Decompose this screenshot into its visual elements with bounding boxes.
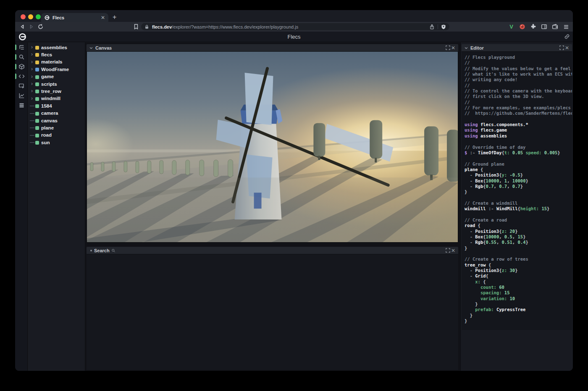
entity-tree-icon [18,44,25,50]
code-line: // what it's like to work with an ECS wi… [465,71,572,77]
lock-icon [144,24,149,29]
close-icon[interactable]: ✕ [451,248,456,254]
url-bar[interactable]: flecs.dev/explorer/?wasm=https://www.fle… [141,23,449,30]
canvas-3d-scene[interactable] [87,52,458,243]
close-icon[interactable]: ✕ [451,45,456,51]
active-indicator [15,64,16,69]
expand-chevron-icon[interactable]: › [31,87,35,95]
wallet-icon[interactable] [551,23,559,30]
expand-chevron-icon[interactable]: › [31,58,35,66]
tree-item-sun[interactable]: sun [28,139,85,146]
tree-item-scripts[interactable]: ›scripts [28,80,85,87]
tree-item-game[interactable]: ›game [28,73,85,80]
tree-item-road[interactable]: road [28,132,85,139]
brave-shield-icon[interactable] [441,24,446,30]
sidebar-query-window-icon[interactable] [15,81,28,91]
entity-color-square [35,82,39,86]
entity-tree-panel: ›assemblies›flecs›materials›WoodFrame›ga… [28,42,85,371]
expand-chevron-icon[interactable]: › [31,73,35,80]
flecs-favicon [45,15,50,20]
tab-close-icon[interactable]: ✕ [101,15,105,21]
code-line: road { [465,223,572,228]
tree-item-flecs[interactable]: ›flecs [28,51,85,58]
code-line: - Rgb{0.55, 0.51, 0.4} [465,240,572,245]
chevron-down-icon[interactable] [464,46,468,50]
extension-red-icon[interactable] [519,23,526,30]
browser-tab[interactable]: Flecs ✕ [41,13,108,22]
fullscreen-icon[interactable] [445,248,451,254]
expand-chevron-icon[interactable]: › [31,51,35,58]
search-panel-title: Search [94,248,110,253]
tree-item-plane[interactable]: plane [28,124,85,131]
expand-chevron-icon[interactable]: › [31,80,35,87]
entity-color-square [35,119,39,123]
reload-button[interactable] [37,23,45,30]
window-close-button[interactable] [21,14,26,19]
entity-color-square [35,104,39,108]
tree-item-label: canvas [41,118,58,123]
sidebar-tables-icon[interactable] [15,100,28,110]
tree-item-windmill[interactable]: ›windmill [28,95,85,102]
sidebar-toggle-icon[interactable] [541,23,548,30]
tree-item-label: sun [41,140,50,145]
active-indicator [15,45,16,50]
sidebar-code-icon[interactable] [15,71,28,81]
forward-button[interactable] [28,23,35,30]
close-icon[interactable]: ✕ [564,45,570,51]
extensions-puzzle-icon[interactable] [530,23,537,30]
code-line: } [465,301,572,307]
sidebar-entity-tree-icon[interactable] [15,42,28,52]
code-line: // https://github.com/SanderMertens/flec… [465,111,572,116]
code-line: // Create a road [465,217,572,223]
sidebar-search-icon[interactable] [15,52,28,62]
sidebar-statistics-icon[interactable] [15,91,28,100]
tab-bar: Flecs ✕ + [15,10,573,22]
expand-chevron-icon[interactable]: › [31,66,35,73]
extension-v-icon[interactable]: V [508,23,515,30]
canvas-panel-header: Canvas ✕ [87,44,458,52]
code-line: // To control the camera with the keyboa… [465,88,572,94]
tree-item-label: road [41,132,52,137]
new-tab-button[interactable]: + [113,13,116,21]
expand-chevron-icon[interactable]: › [31,95,35,102]
query-window-icon [18,83,25,89]
entity-color-square [35,53,39,57]
page-title: Flecs [15,32,573,42]
tree-item-assemblies[interactable]: ›assemblies [28,44,85,51]
tree-item-camera[interactable]: camera [28,110,85,117]
chevron-down-icon[interactable] [89,46,93,50]
sidebar-scene-cube-icon[interactable] [15,62,28,71]
tree-item-label: game [41,74,54,79]
code-line: - Rgb{0.7, 0.7, 0.7} [465,184,572,189]
code-line: } [465,318,572,324]
link-icon[interactable] [564,34,570,40]
code-line: // [465,83,572,88]
leaf-dash-icon [30,120,34,121]
active-indicator [15,54,16,60]
tree-item-canvas[interactable]: canvas [28,117,85,124]
tree-item-WoodFrame[interactable]: ›WoodFrame [28,66,85,73]
leaf-dash-icon [30,113,34,114]
share-icon[interactable] [429,24,435,30]
panel-collapsed-dot[interactable] [90,250,92,251]
tree-item-materials[interactable]: ›materials [28,58,85,66]
code-editor[interactable]: // Flecs playground//// Modify the value… [462,52,572,330]
code-line: // first click on the 3D view. [465,94,572,99]
back-button[interactable] [18,23,26,30]
tree-item-1584[interactable]: 1584 [28,102,85,109]
tree-item-label: 1584 [41,103,52,108]
bookmark-icon[interactable] [133,23,140,30]
window-zoom-button[interactable] [36,14,41,19]
window-minimize-button[interactable] [28,14,33,19]
code-line: // [465,100,572,105]
tree-item-tree_row[interactable]: ›tree_row [28,87,85,95]
main-column: Canvas ✕ [85,42,460,371]
expand-chevron-icon[interactable]: › [31,44,35,51]
fullscreen-icon[interactable] [559,45,564,51]
code-line [465,156,572,161]
code-line: // writing any code! [465,77,572,82]
menu-icon[interactable] [562,23,570,30]
fullscreen-icon[interactable] [445,45,451,51]
search-panel-body[interactable] [87,254,458,370]
entity-color-square [35,68,39,71]
